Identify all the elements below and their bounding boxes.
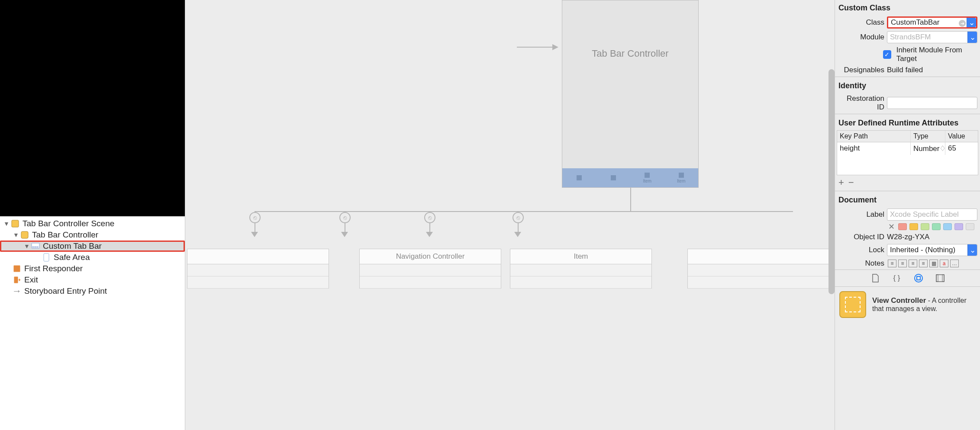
scene-header[interactable]: Item: [510, 249, 652, 264]
disclosure-triangle-icon[interactable]: ▼: [23, 243, 31, 250]
inherit-checkbox[interactable]: ✓: [883, 50, 891, 59]
scene-header[interactable]: [687, 249, 829, 264]
color-swatch[interactable]: [898, 223, 907, 230]
section-document: Document: [835, 192, 980, 207]
color-swatch[interactable]: [954, 223, 963, 230]
outline-first-responder[interactable]: First Responder: [0, 263, 185, 274]
svg-rect-0: [12, 220, 19, 227]
library-tab-bar: { }: [835, 270, 980, 286]
tab-item[interactable]: Item: [664, 168, 699, 187]
tab-item[interactable]: [562, 168, 596, 187]
image-icon[interactable]: ▦: [929, 260, 938, 267]
remove-attribute-button[interactable]: −: [848, 177, 854, 188]
color-swatch[interactable]: [909, 223, 918, 230]
document-outline-panel: ▼ Tab Bar Controller Scene ▼ Tab Bar Con…: [0, 0, 185, 430]
view-controller-thumb-icon: [839, 291, 866, 318]
scene-body[interactable]: [359, 264, 501, 289]
disclosure-triangle-icon[interactable]: ▼: [12, 231, 20, 238]
file-template-tab-icon[interactable]: [870, 273, 881, 284]
align-center-icon[interactable]: ≡: [898, 260, 907, 267]
label-object-id: Object ID: [838, 233, 884, 241]
scene-header[interactable]: Navigation Controller: [359, 249, 501, 264]
scene-body[interactable]: [187, 264, 329, 289]
object-library-tab-icon[interactable]: [913, 273, 924, 284]
label-class: Class: [838, 18, 884, 27]
lock-select[interactable]: Inherited - (Nothing) ⌄: [887, 244, 977, 256]
preview-area: [0, 0, 185, 216]
segue-node-icon[interactable]: ⎋: [249, 212, 261, 223]
add-attribute-button[interactable]: +: [838, 177, 844, 188]
arrowhead-icon: [341, 232, 348, 237]
jump-to-class-icon[interactable]: ➜: [959, 20, 966, 27]
view-controller-icon: [20, 230, 29, 240]
svg-rect-5: [37, 247, 38, 247]
align-left-icon[interactable]: ≡: [888, 260, 896, 267]
outline-safe-area[interactable]: Safe Area: [0, 252, 185, 263]
segue-node-icon[interactable]: ⎋: [339, 212, 351, 223]
font-icon[interactable]: a: [940, 260, 948, 267]
outline-custom-tab-bar[interactable]: ▼ Custom Tab Bar: [0, 241, 185, 252]
segue-node-icon[interactable]: ⎋: [424, 212, 435, 223]
entry-point-icon: →: [12, 286, 22, 296]
media-library-tab-icon[interactable]: [935, 273, 946, 284]
storyboard-canvas[interactable]: Tab Bar Controller Item Item ⎋ ⎋ ⎋ ⎋ Nav…: [185, 0, 835, 430]
tab-item[interactable]: [596, 168, 631, 187]
outline-entry-point[interactable]: → Storyboard Entry Point: [0, 286, 185, 297]
outline-label: Custom Tab Bar: [43, 241, 102, 251]
outline-label: Safe Area: [54, 253, 90, 262]
clear-color-icon[interactable]: ✕: [887, 223, 896, 230]
class-field[interactable]: CustomTabBar ➜ ⌄: [887, 16, 977, 29]
scene-header[interactable]: [187, 249, 329, 264]
tab-bar[interactable]: Item Item: [562, 168, 698, 187]
outline-tree: ▼ Tab Bar Controller Scene ▼ Tab Bar Con…: [0, 216, 185, 430]
dropdown-icon[interactable]: ⌄: [967, 244, 977, 256]
align-right-icon[interactable]: ≡: [909, 260, 917, 267]
svg-rect-1: [21, 231, 28, 238]
label-label: Label: [838, 210, 884, 219]
col-value[interactable]: Value: [945, 131, 978, 142]
col-key-path[interactable]: Key Path: [837, 131, 911, 142]
arrowhead-icon: [251, 232, 258, 237]
svg-rect-6: [44, 254, 49, 261]
align-justify-icon[interactable]: ≡: [919, 260, 928, 267]
label-notes: Notes: [838, 259, 884, 268]
scene-body[interactable]: [510, 264, 652, 289]
runtime-attributes-table[interactable]: Key Path Type Value height Number♢ 65: [837, 130, 978, 175]
outline-label: Storyboard Entry Point: [24, 286, 107, 296]
outline-exit[interactable]: Exit: [0, 274, 185, 286]
svg-point-7: [915, 274, 922, 282]
table-row[interactable]: height Number♢ 65: [837, 142, 978, 155]
color-swatch[interactable]: [932, 223, 941, 230]
disclosure-triangle-icon[interactable]: ▼: [3, 220, 10, 227]
module-field[interactable]: StrandsBFM ⌄: [887, 31, 977, 43]
code-snippet-tab-icon[interactable]: { }: [891, 273, 903, 284]
dropdown-icon[interactable]: ⌄: [967, 18, 976, 27]
tab-item[interactable]: Item: [630, 168, 664, 187]
tab-bar-icon: [31, 241, 40, 251]
document-label-field[interactable]: Xcode Specific Label: [887, 209, 977, 221]
first-responder-icon: [12, 264, 22, 273]
scene-title: Tab Bar Controller: [562, 48, 698, 59]
outline-tab-bar-controller[interactable]: ▼ Tab Bar Controller: [0, 229, 185, 241]
segue-node-icon[interactable]: ⎋: [513, 212, 524, 223]
outline-scene[interactable]: ▼ Tab Bar Controller Scene: [0, 218, 185, 229]
restoration-id-field[interactable]: [887, 97, 977, 109]
safe-area-icon: [42, 253, 51, 262]
tab-bar-controller-scene[interactable]: Tab Bar Controller Item Item: [562, 0, 699, 188]
color-swatch[interactable]: [943, 223, 952, 230]
outline-label: First Responder: [24, 264, 83, 273]
library-item-view-controller[interactable]: View Controller - A controller that mana…: [835, 286, 980, 322]
color-swatch[interactable]: [921, 223, 929, 230]
col-type[interactable]: Type: [911, 131, 945, 142]
svg-rect-8: [917, 276, 920, 280]
arrowhead-icon: [514, 232, 521, 237]
color-swatch[interactable]: [966, 223, 974, 230]
label-color-swatches: ✕: [887, 223, 974, 230]
object-id-value: W28-zg-YXA: [887, 233, 977, 241]
label-restoration-id: Restoration ID: [838, 94, 884, 112]
vertical-scrollbar[interactable]: [828, 69, 835, 294]
dropdown-icon[interactable]: ⌄: [967, 32, 977, 43]
scene-body[interactable]: [687, 264, 829, 289]
more-icon[interactable]: …: [950, 260, 959, 267]
outline-label: Exit: [24, 275, 38, 285]
